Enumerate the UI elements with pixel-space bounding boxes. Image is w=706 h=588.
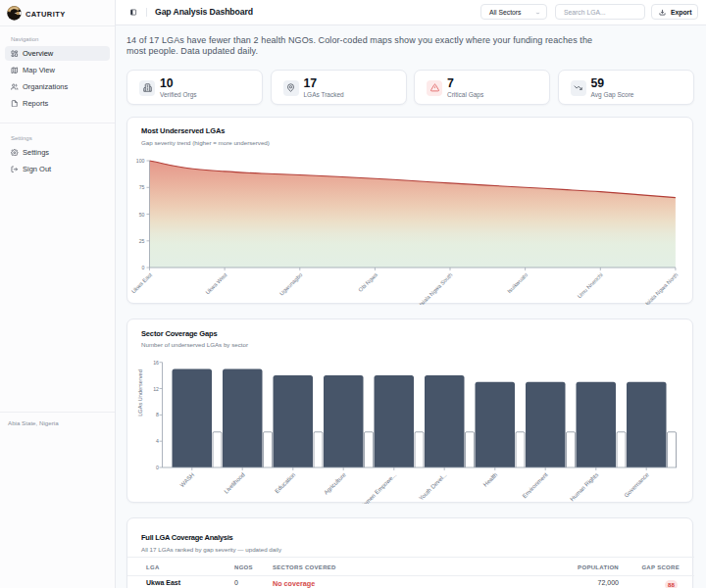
svg-text:12: 12 bbox=[153, 386, 159, 392]
svg-text:Ukwa West: Ukwa West bbox=[204, 271, 227, 295]
svg-text:0: 0 bbox=[156, 465, 159, 470]
svg-text:Isiala Ngwa South: Isiala Ngwa South bbox=[418, 271, 453, 305]
svg-text:8: 8 bbox=[156, 412, 159, 417]
svg-text:Isuikwuato: Isuikwuato bbox=[506, 271, 529, 294]
svg-text:50: 50 bbox=[139, 212, 145, 218]
svg-text:Human Rights: Human Rights bbox=[569, 471, 599, 502]
svg-text:WASH: WASH bbox=[179, 471, 196, 488]
svg-text:Agriculture: Agriculture bbox=[323, 471, 347, 496]
svg-text:Health: Health bbox=[482, 471, 499, 488]
svg-text:Education: Education bbox=[274, 471, 296, 494]
svg-text:Ugwunagbo: Ugwunagbo bbox=[278, 271, 303, 296]
svg-text:25: 25 bbox=[139, 238, 145, 244]
svg-text:Environment: Environment bbox=[522, 471, 549, 499]
svg-text:Obi Ngwa: Obi Ngwa bbox=[357, 271, 378, 293]
svg-text:Livelihood: Livelihood bbox=[223, 471, 245, 494]
svg-text:0: 0 bbox=[142, 265, 145, 270]
svg-text:Women Empowe...: Women Empowe... bbox=[358, 471, 397, 504]
svg-text:16: 16 bbox=[153, 360, 159, 366]
svg-text:Governance: Governance bbox=[623, 471, 650, 499]
svg-text:Youth Devel...: Youth Devel... bbox=[418, 471, 448, 502]
svg-text:4: 4 bbox=[156, 438, 159, 444]
svg-text:LGAs Underserved: LGAs Underserved bbox=[137, 369, 143, 416]
svg-text:Isiala Ngwa North: Isiala Ngwa North bbox=[644, 271, 679, 305]
svg-text:Ukwa East: Ukwa East bbox=[130, 271, 153, 294]
svg-text:75: 75 bbox=[139, 184, 145, 190]
svg-text:100: 100 bbox=[136, 158, 145, 164]
svg-text:Umu Nneochi: Umu Nneochi bbox=[577, 271, 604, 299]
